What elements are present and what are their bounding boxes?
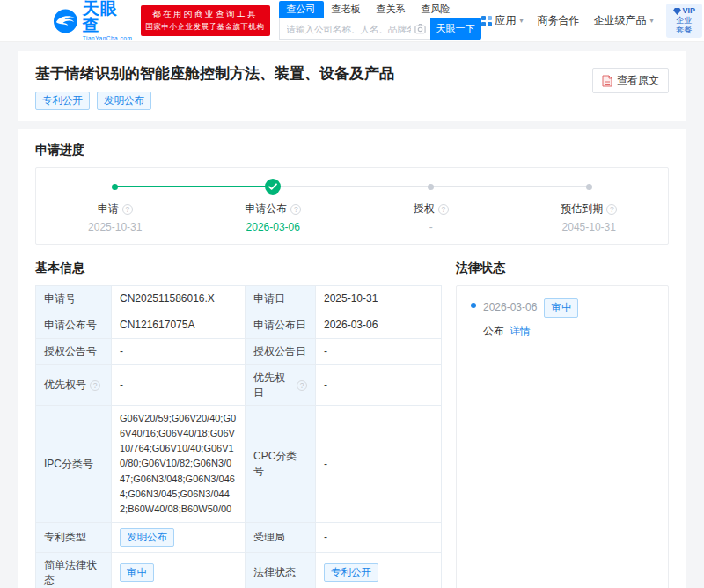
- timeline-step: 申请公布?2026-03-06: [194, 179, 353, 233]
- timeline-step: 授权?-: [352, 179, 510, 233]
- vip-diamond-icon: [673, 8, 681, 15]
- timeline-step-label-text: 申请公布: [245, 202, 287, 217]
- apps-grid-icon: [481, 16, 492, 26]
- field-label: 授权公告日: [246, 338, 316, 364]
- info-icon[interactable]: ?: [438, 204, 449, 215]
- brand-name: 天眼查: [83, 0, 134, 33]
- field-value: -: [112, 338, 246, 364]
- field-label: 专利类型: [36, 522, 112, 552]
- status-badge: 专利公开: [324, 563, 378, 582]
- search-tab[interactable]: 查风险: [414, 1, 458, 18]
- field-label: 授权公告号: [36, 338, 112, 364]
- timeline-dot: [112, 184, 118, 190]
- info-icon[interactable]: ?: [297, 380, 307, 391]
- field-label: 申请公布日: [246, 312, 316, 339]
- field-label-text: 申请公布日: [253, 318, 307, 333]
- patent-tags: 专利公开发明公布: [35, 92, 394, 110]
- timeline-dot-current: [265, 179, 281, 195]
- field-label-text: 受理局: [253, 530, 307, 545]
- field-label-text: 优先权号?: [44, 378, 103, 393]
- table-row: 简单法律状态审中法律状态专利公开: [36, 552, 442, 588]
- timeline-step-date: 2025-10-31: [88, 221, 142, 233]
- status-badge: 审中: [120, 563, 154, 582]
- field-label: IPC分类号: [36, 406, 112, 522]
- search-input[interactable]: [279, 18, 430, 40]
- legal-status-dot: [471, 303, 476, 308]
- field-label-inner: 法律状态: [253, 565, 296, 580]
- field-label-inner: 受理局: [253, 530, 285, 545]
- promo-ribbon: 都在用的商业查询工具 国家中小企业发展子基金旗下机构: [141, 5, 270, 36]
- section-title-legal-status: 法律状态: [456, 261, 669, 276]
- info-icon[interactable]: ?: [122, 204, 133, 215]
- vip-line1: VIP: [683, 6, 696, 16]
- field-label-inner: 申请公布日: [253, 318, 306, 333]
- nav-item[interactable]: 商务合作: [538, 13, 580, 28]
- legal-status-line1: 2026-03-06审中: [483, 298, 654, 317]
- field-label-inner: 优先权日: [253, 371, 293, 401]
- field-label: 优先权号?: [36, 364, 112, 406]
- pdf-icon: [602, 75, 612, 87]
- field-value: -: [112, 364, 246, 406]
- table-row: 专利类型发明公布受理局-: [36, 522, 442, 552]
- legal-status-box: 2026-03-06审中公布详情: [456, 285, 669, 588]
- field-label-inner: 授权公告日: [253, 344, 306, 359]
- timeline-dot-done: [112, 179, 118, 195]
- field-label: 申请公布号: [36, 312, 112, 339]
- search-tab[interactable]: 查公司: [279, 1, 324, 18]
- info-icon[interactable]: ?: [606, 204, 617, 215]
- timeline-step-date: 2045-10-31: [562, 221, 616, 233]
- field-label-text: 申请公布号: [44, 318, 103, 333]
- field-value: -: [316, 338, 442, 364]
- view-original-label: 查看原文: [617, 73, 659, 88]
- info-icon[interactable]: ?: [290, 204, 301, 215]
- field-label-text: 优先权日?: [253, 371, 307, 401]
- search-tab[interactable]: 查老板: [324, 1, 369, 18]
- info-icon[interactable]: ?: [90, 380, 100, 391]
- nav-item[interactable]: 企业级产品▾: [594, 13, 654, 28]
- field-label-text: IPC分类号: [44, 457, 103, 472]
- field-label-text: 授权公告号: [44, 344, 103, 359]
- nav-item[interactable]: 应用▾: [481, 13, 524, 28]
- ribbon-line1: 都在用的商业查询工具: [146, 9, 265, 20]
- table-row: 授权公告号-授权公告日-: [36, 338, 442, 364]
- field-value: -: [316, 522, 442, 552]
- view-original-button[interactable]: 查看原文: [592, 68, 669, 93]
- timeline-step-date: -: [429, 221, 433, 233]
- field-value: 专利公开: [316, 552, 442, 588]
- timeline-step-date: 2026-03-06: [246, 221, 300, 233]
- field-label-inner: 简单法律状态: [44, 558, 103, 588]
- brand-domain: TianYanCha.com: [83, 35, 134, 41]
- field-label-inner: IPC分类号: [44, 457, 93, 472]
- field-label-inner: 申请公布号: [44, 318, 97, 333]
- vip-line2: 企业套餐: [673, 16, 696, 35]
- field-value: 审中: [112, 552, 246, 588]
- patent-tag: 发明公布: [97, 92, 151, 110]
- field-label-inner: 授权公告号: [44, 344, 97, 359]
- camera-icon[interactable]: [414, 23, 426, 34]
- tianyancha-logo[interactable]: 天眼查 TianYanCha.com: [53, 0, 134, 41]
- search-tab[interactable]: 查关系: [369, 1, 414, 18]
- search-button[interactable]: 天眼一下: [430, 18, 481, 40]
- field-label-inner: 专利类型: [44, 530, 86, 545]
- nav-item-label: 应用: [495, 13, 517, 28]
- field-label-text: 授权公告日: [253, 344, 307, 359]
- page-title: 基于情绪识别的智能座舱控制方法、装置、设备及产品: [35, 64, 394, 84]
- timeline-step-label: 预估到期?: [561, 202, 617, 217]
- vip-badge[interactable]: VIP 企业套餐: [666, 4, 703, 37]
- timeline-step-label-text: 申请: [98, 202, 119, 217]
- field-value: 2025-10-31: [316, 286, 442, 312]
- timeline-step: 预估到期?2045-10-31: [510, 179, 669, 233]
- nav-item-label: 企业级产品: [594, 13, 647, 28]
- legal-status-detail-link[interactable]: 详情: [510, 325, 531, 337]
- status-badge: 发明公布: [120, 528, 174, 547]
- field-label-text: 申请日: [253, 291, 307, 306]
- table-row: 申请公布号CN121617075A申请公布日2026-03-06: [36, 312, 442, 339]
- field-label: 申请日: [246, 286, 316, 312]
- timeline-dot-pending: [428, 179, 434, 195]
- field-value: 发明公布: [112, 522, 246, 552]
- field-value: G06V20/59;G06V20/40;G06V40/16;G06V40/18;…: [112, 406, 246, 522]
- patent-tag: 专利公开: [35, 92, 90, 110]
- section-title-basic-info: 基本信息: [35, 261, 442, 276]
- field-value: CN121617075A: [112, 312, 246, 339]
- field-label: CPC分类号: [246, 406, 316, 522]
